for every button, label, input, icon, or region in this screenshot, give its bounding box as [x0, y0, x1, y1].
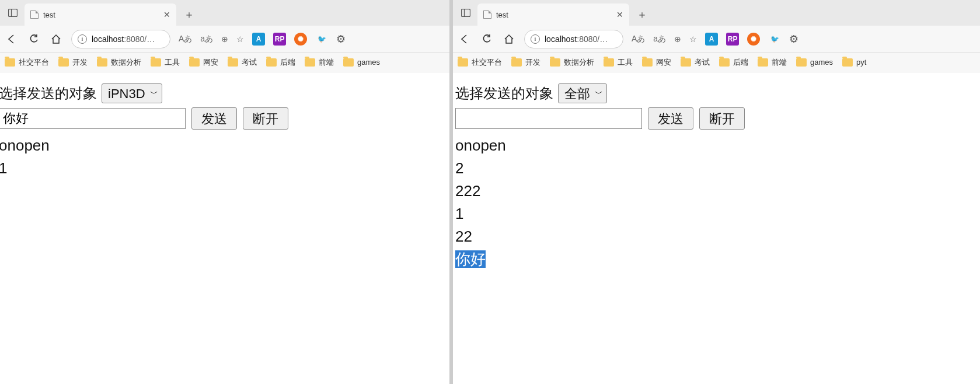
- page-content: 选择发送的对象 全部 ﹀ 发送 断开 onopen 2 222 1 22 你好: [453, 72, 980, 384]
- favorite-icon[interactable]: ☆: [236, 34, 244, 44]
- bookmark-folder[interactable]: pyt: [842, 58, 866, 67]
- zoom-icon[interactable]: ⊕: [674, 34, 681, 44]
- extension-bird-icon[interactable]: 🐦: [768, 33, 781, 46]
- browser-window-right: test ✕ ＋ i localhost:8080/… Aあ aあ ⊕ ☆ A …: [449, 0, 980, 384]
- zoom-icon[interactable]: ⊕: [221, 34, 228, 44]
- bookmark-folder[interactable]: 网安: [189, 57, 218, 68]
- svg-rect-2: [462, 9, 470, 17]
- chevron-down-icon: ﹀: [595, 88, 603, 100]
- file-icon: [483, 11, 491, 19]
- new-tab-button[interactable]: ＋: [179, 4, 200, 26]
- toolbar: i localhost:8080/… Aあ aあ ⊕ ☆ A RP ✺ 🐦 ⚙: [0, 26, 449, 53]
- favorite-icon[interactable]: ☆: [689, 34, 697, 44]
- address-bar[interactable]: i localhost:8080/…: [71, 30, 170, 48]
- read-aloud-icon[interactable]: Aあ: [179, 34, 192, 44]
- select-value: 全部: [564, 84, 590, 103]
- log-line: onopen: [0, 134, 449, 157]
- bookmark-folder[interactable]: 开发: [511, 57, 540, 68]
- folder-icon: [228, 58, 238, 67]
- folder-icon: [604, 58, 614, 67]
- site-info-icon[interactable]: i: [531, 34, 540, 44]
- bookmark-folder[interactable]: 开发: [58, 57, 88, 68]
- extension-orange-icon[interactable]: ✺: [747, 33, 760, 46]
- bookmark-folder[interactable]: 考试: [228, 57, 257, 68]
- site-info-icon[interactable]: i: [78, 34, 87, 44]
- tab-title: test: [496, 11, 612, 19]
- svg-rect-0: [9, 9, 18, 17]
- read-aloud-icon[interactable]: Aあ: [632, 34, 645, 44]
- refresh-button[interactable]: [27, 32, 41, 46]
- url-text: localhost:8080/…: [545, 34, 617, 44]
- bookmark-folder[interactable]: 后端: [266, 57, 295, 68]
- bookmark-folder[interactable]: games: [796, 58, 833, 67]
- folder-icon: [642, 58, 653, 67]
- target-select[interactable]: 全部 ﹀: [558, 83, 607, 103]
- bookmark-folder[interactable]: 工具: [151, 57, 180, 68]
- bookmarks-bar: 社交平台 开发 数据分析 工具 网安 考试 后端 前端 games pyt: [453, 53, 980, 72]
- folder-icon: [5, 58, 15, 67]
- home-button[interactable]: [49, 32, 63, 46]
- folder-icon: [189, 58, 200, 67]
- tab-active[interactable]: test ✕: [25, 4, 176, 26]
- disconnect-button[interactable]: 断开: [243, 107, 288, 130]
- bookmark-folder[interactable]: 前端: [758, 57, 787, 68]
- tab-active[interactable]: test ✕: [477, 4, 629, 26]
- close-tab-icon[interactable]: ✕: [163, 10, 170, 19]
- home-button[interactable]: [502, 32, 516, 46]
- close-tab-icon[interactable]: ✕: [616, 10, 623, 19]
- target-label: 选择发送的对象: [0, 83, 97, 104]
- tab-manager-button[interactable]: [456, 0, 475, 26]
- send-button[interactable]: 发送: [191, 107, 237, 130]
- message-input[interactable]: [455, 108, 642, 129]
- target-select[interactable]: iPN3D ﹀: [102, 83, 162, 103]
- refresh-button[interactable]: [480, 32, 494, 46]
- tab-strip: test ✕ ＋: [0, 0, 449, 26]
- new-tab-button[interactable]: ＋: [632, 4, 653, 26]
- extension-a-icon[interactable]: A: [252, 33, 265, 46]
- log-line: 22: [455, 225, 980, 248]
- bookmark-folder[interactable]: 社交平台: [5, 57, 49, 68]
- extension-orange-icon[interactable]: ✺: [294, 33, 307, 46]
- folder-icon: [758, 58, 768, 67]
- page-content: 选择发送的对象 iPN3D ﹀ 发送 断开 onopen 1: [0, 72, 449, 384]
- bookmark-folder[interactable]: 考试: [681, 57, 710, 68]
- folder-icon: [681, 58, 691, 67]
- extension-a-icon[interactable]: A: [705, 33, 718, 46]
- translate-icon[interactable]: aあ: [653, 34, 666, 44]
- extension-rp-icon[interactable]: RP: [273, 33, 286, 46]
- bookmark-folder[interactable]: 后端: [719, 57, 748, 68]
- toolbar: i localhost:8080/… Aあ aあ ⊕ ☆ A RP ✺ 🐦 ⚙: [453, 26, 980, 53]
- folder-icon: [458, 58, 468, 67]
- log-line: 1: [0, 157, 449, 180]
- bookmark-folder[interactable]: 数据分析: [97, 57, 141, 68]
- folder-icon: [97, 58, 107, 67]
- folder-icon: [550, 58, 560, 67]
- bookmark-folder[interactable]: 社交平台: [458, 57, 502, 68]
- bookmark-folder[interactable]: 前端: [305, 57, 334, 68]
- message-input[interactable]: [0, 108, 186, 129]
- folder-icon: [343, 58, 354, 67]
- extension-bird-icon[interactable]: 🐦: [315, 33, 328, 46]
- extension-rp-icon[interactable]: RP: [726, 33, 739, 46]
- back-button[interactable]: [458, 32, 472, 46]
- folder-icon: [151, 58, 161, 67]
- file-icon: [30, 11, 39, 19]
- address-bar[interactable]: i localhost:8080/…: [524, 30, 623, 48]
- select-value: iPN3D: [108, 84, 145, 103]
- bookmark-folder[interactable]: 网安: [642, 57, 671, 68]
- settings-icon[interactable]: ⚙: [789, 33, 798, 46]
- send-button[interactable]: 发送: [648, 107, 693, 130]
- folder-icon: [796, 58, 807, 67]
- bookmark-folder[interactable]: games: [343, 58, 380, 67]
- translate-icon[interactable]: aあ: [200, 34, 213, 44]
- bookmarks-bar: 社交平台 开发 数据分析 工具 网安 考试 后端 前端 games: [0, 53, 449, 72]
- settings-icon[interactable]: ⚙: [336, 33, 346, 46]
- tab-manager-button[interactable]: [4, 0, 22, 26]
- bookmark-folder[interactable]: 数据分析: [550, 57, 594, 68]
- disconnect-button[interactable]: 断开: [699, 107, 745, 130]
- bookmark-folder[interactable]: 工具: [604, 57, 633, 68]
- url-text: localhost:8080/…: [92, 34, 164, 44]
- message-log: onopen 1: [0, 134, 449, 180]
- back-button[interactable]: [5, 32, 19, 46]
- folder-icon: [266, 58, 277, 67]
